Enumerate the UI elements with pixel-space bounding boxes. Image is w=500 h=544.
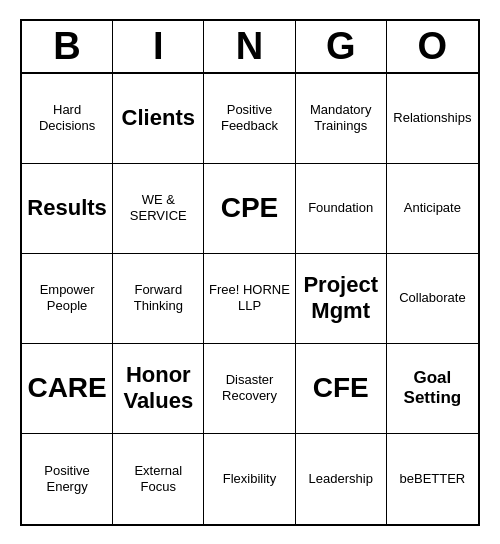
bingo-cell: CARE xyxy=(22,344,113,434)
bingo-cell: Empower People xyxy=(22,254,113,344)
bingo-letter: O xyxy=(387,21,478,72)
bingo-cell: Positive Feedback xyxy=(204,74,295,164)
bingo-cell: Foundation xyxy=(296,164,387,254)
bingo-cell: Flexibility xyxy=(204,434,295,524)
bingo-header: BINGO xyxy=(22,21,478,74)
bingo-cell: Project Mgmt xyxy=(296,254,387,344)
bingo-letter: G xyxy=(296,21,387,72)
bingo-cell: Anticipate xyxy=(387,164,478,254)
bingo-cell: External Focus xyxy=(113,434,204,524)
bingo-cell: WE & SERVICE xyxy=(113,164,204,254)
bingo-cell: CFE xyxy=(296,344,387,434)
bingo-letter: N xyxy=(204,21,295,72)
bingo-cell: Disaster Recovery xyxy=(204,344,295,434)
bingo-cell: Goal Setting xyxy=(387,344,478,434)
bingo-cell: Relationships xyxy=(387,74,478,164)
bingo-cell: Clients xyxy=(113,74,204,164)
bingo-cell: Collaborate xyxy=(387,254,478,344)
bingo-cell: Forward Thinking xyxy=(113,254,204,344)
bingo-cell: Leadership xyxy=(296,434,387,524)
bingo-letter: I xyxy=(113,21,204,72)
bingo-letter: B xyxy=(22,21,113,72)
bingo-grid: Hard DecisionsClientsPositive FeedbackMa… xyxy=(22,74,478,524)
bingo-card: BINGO Hard DecisionsClientsPositive Feed… xyxy=(20,19,480,526)
bingo-cell: Mandatory Trainings xyxy=(296,74,387,164)
bingo-cell: Hard Decisions xyxy=(22,74,113,164)
bingo-cell: beBETTER xyxy=(387,434,478,524)
bingo-cell: Honor Values xyxy=(113,344,204,434)
bingo-cell: Positive Energy xyxy=(22,434,113,524)
bingo-cell: Results xyxy=(22,164,113,254)
bingo-cell: Free! HORNE LLP xyxy=(204,254,295,344)
bingo-cell: CPE xyxy=(204,164,295,254)
